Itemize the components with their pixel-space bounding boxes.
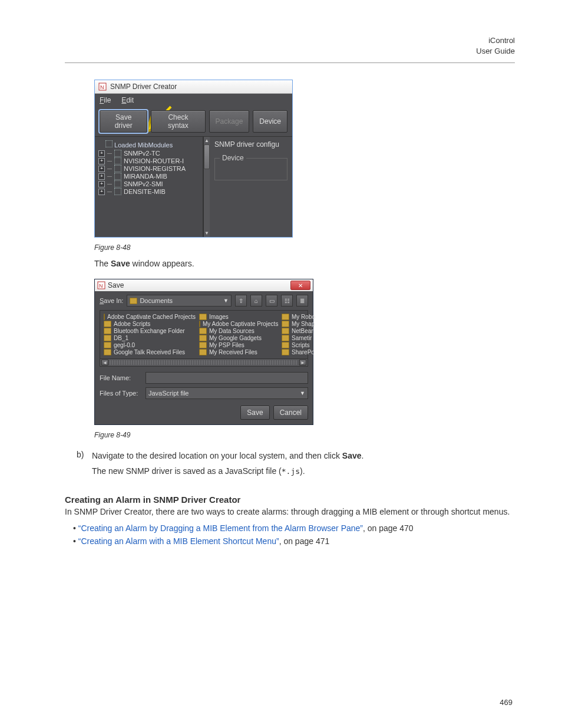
folder-icon [104, 335, 111, 341]
file-item[interactable]: My PSP Files [199, 342, 275, 348]
step-b: b) Navigate to the desired location on y… [77, 450, 515, 482]
svg-text:N: N [100, 84, 104, 90]
file-item[interactable]: My Google Gadgets [199, 335, 275, 341]
scroll-down-icon[interactable]: ▼ [204, 230, 209, 236]
save-dialog-titlebar: N Save ✕ [95, 279, 313, 291]
folder-icon [282, 342, 289, 348]
device-button[interactable]: Device [253, 110, 287, 133]
folder-icon [104, 328, 111, 334]
tree-item[interactable]: +NVISION-REGISTRA [98, 165, 200, 172]
list-item: Creating an Alarm by Dragging a MIB Elem… [73, 523, 515, 533]
tree-vertical-scrollbar[interactable]: ▲ ▼ [203, 137, 210, 237]
folder-icon [282, 328, 289, 334]
file-item[interactable]: DB_1 [104, 335, 192, 341]
running-header: iControl User Guide [65, 35, 515, 57]
section-heading-creating-alarm: Creating an Alarm in SNMP Driver Creator [65, 495, 515, 505]
list-view-button[interactable]: ☷ [281, 295, 293, 307]
driver-config-panel: SNMP driver configu Device [210, 137, 292, 237]
folder-icon [199, 328, 207, 334]
menubar: File Edit [95, 94, 292, 107]
file-item[interactable]: Bluetooth Exchange Folder [104, 328, 192, 334]
step-b-line1: Navigate to the desired location on your… [92, 451, 513, 460]
scroll-up-icon[interactable]: ▲ [204, 138, 209, 143]
tree-item[interactable]: +DENSITE-MIB [98, 188, 200, 195]
list-view-icon: ☷ [285, 298, 290, 304]
file-item[interactable]: Scripts [282, 342, 315, 348]
menu-file[interactable]: File [100, 96, 111, 104]
tree-item[interactable]: +SNMPv2-TC [98, 150, 200, 157]
save-dialog-window: N Save ✕ Save In: Documents ▼ ⇧ ⌂ ▭ ☷ ≣ [94, 279, 313, 425]
snmp-driver-creator-window: N SNMP Driver Creator File Edit [94, 80, 293, 238]
scroll-track[interactable] [110, 360, 298, 365]
file-name-input[interactable] [146, 372, 308, 384]
folder-icon [104, 321, 111, 327]
file-item[interactable]: My Adobe Captivate Projects [199, 321, 275, 327]
check-syntax-button[interactable]: Check syntax [151, 110, 205, 133]
file-list-pane[interactable]: Adobe Captivate Cached Projects Adobe Sc… [100, 310, 308, 359]
up-one-level-button[interactable]: ⇧ [235, 295, 247, 307]
config-heading: SNMP driver configu [214, 140, 287, 149]
file-item[interactable]: Google Talk Received Files [104, 349, 192, 355]
link-suffix: , on page 470 [363, 523, 414, 533]
file-item[interactable]: My Robo [282, 314, 315, 320]
up-one-level-icon: ⇧ [239, 298, 243, 304]
file-item[interactable]: My Shap [282, 321, 315, 327]
tree-heading: Loaded MibModules [105, 140, 200, 149]
file-item[interactable]: Adobe Scripts [104, 321, 192, 327]
tree-item[interactable]: +NVISION-ROUTER-I [98, 157, 200, 164]
folder-icon [199, 342, 207, 348]
folder-icon [282, 335, 289, 341]
mib-tree-panel: Loaded MibModules +SNMPv2-TC +NVISION-RO… [95, 137, 203, 237]
file-item[interactable]: Images [199, 314, 275, 320]
app-icon: N [98, 83, 107, 91]
file-item[interactable]: Adobe Captivate Cached Projects [104, 314, 192, 320]
folder-icon [199, 349, 207, 355]
links-list: Creating an Alarm by Dragging a MIB Elem… [73, 523, 515, 546]
figure-48-caption: Figure 8-48 [94, 243, 515, 252]
toolbar: Save driver Check syntax Package Device [95, 107, 292, 136]
save-driver-button[interactable]: Save driver [100, 110, 147, 133]
files-of-type-combo[interactable]: JavaScript file ▼ [146, 387, 308, 399]
file-item[interactable]: My Data Sources [199, 328, 275, 334]
file-item[interactable]: SharePo [282, 349, 315, 355]
save-button[interactable]: Save [240, 406, 269, 420]
save-dialog-title-text: Save [108, 281, 124, 289]
tree-item[interactable]: +SNMPv2-SMI [98, 180, 200, 187]
file-item[interactable]: Sametir [282, 335, 315, 341]
doc-title: iControl [65, 35, 515, 46]
save-window-appears-text: The Save window appears. [94, 259, 515, 268]
package-button[interactable]: Package [209, 110, 250, 133]
cancel-button[interactable]: Cancel [273, 406, 308, 420]
close-button[interactable]: ✕ [290, 281, 310, 290]
home-icon: ⌂ [254, 298, 258, 304]
list-item: Creating an Alarm with a MIB Element Sho… [73, 536, 515, 546]
details-view-icon: ≣ [300, 298, 305, 304]
new-folder-button[interactable]: ▭ [266, 295, 277, 307]
chevron-down-icon: ▼ [300, 390, 305, 396]
close-icon: ✕ [298, 282, 303, 289]
tree-item[interactable]: +MIRANDA-MIB [98, 173, 200, 180]
folder-icon [104, 349, 111, 355]
details-view-button[interactable]: ≣ [296, 295, 308, 307]
link-create-alarm-dragging[interactable]: Creating an Alarm by Dragging a MIB Elem… [78, 523, 363, 533]
scroll-thumb[interactable] [204, 144, 210, 169]
link-create-alarm-shortcut[interactable]: Creating an Alarm with a MIB Element Sho… [78, 536, 279, 546]
scroll-left-icon[interactable]: ◄ [101, 360, 108, 365]
file-list-horizontal-scrollbar[interactable]: ◄ ► [100, 359, 308, 367]
folder-icon [104, 342, 111, 348]
app-icon: N [97, 281, 105, 289]
link-suffix: , on page 471 [279, 536, 330, 546]
device-groupbox: Device [214, 158, 287, 180]
folder-icon [199, 321, 200, 327]
file-item[interactable]: NetBear [282, 328, 315, 334]
header-divider [65, 62, 515, 63]
home-button[interactable]: ⌂ [250, 295, 262, 307]
doc-subtitle: User Guide [65, 46, 515, 57]
menu-edit[interactable]: Edit [121, 96, 134, 104]
folder-icon [282, 349, 289, 355]
file-item[interactable]: My Received Files [199, 349, 275, 355]
save-in-combo[interactable]: Documents ▼ [127, 295, 232, 307]
scroll-right-icon[interactable]: ► [299, 360, 306, 365]
folder-icon [199, 335, 207, 341]
file-item[interactable]: gegl-0.0 [104, 342, 192, 348]
